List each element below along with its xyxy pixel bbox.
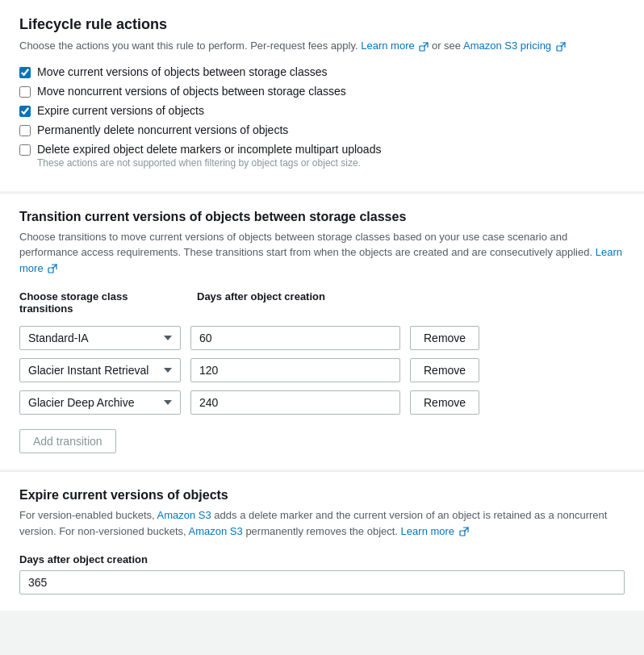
external-link-icon — [419, 42, 429, 52]
checkbox-item-5: Delete expired object delete markers or … — [19, 143, 625, 169]
remove-button-1[interactable]: Remove — [410, 326, 479, 350]
lifecycle-title: Lifecycle rule actions — [19, 16, 625, 33]
days-input-2[interactable] — [190, 358, 400, 382]
expire-section: Expire current versions of objects For v… — [0, 472, 644, 611]
storage-class-select-3[interactable]: Standard-IA Intelligent-Tiering One Zone… — [19, 390, 181, 415]
lifecycle-desc-middle: or see — [432, 40, 463, 52]
transition-row-1: Standard-IA Intelligent-Tiering One Zone… — [19, 326, 625, 350]
checkbox-item-1: Move current versions of objects between… — [19, 65, 625, 78]
transition-title: Transition current versions of objects b… — [19, 210, 625, 224]
transition-desc-prefix: Choose transitions to move current versi… — [19, 231, 592, 259]
checkbox-move-current-label[interactable]: Move current versions of objects between… — [37, 65, 328, 78]
checkbox-move-noncurrent[interactable] — [19, 86, 31, 98]
transition-row-2: Standard-IA Intelligent-Tiering One Zone… — [19, 358, 625, 382]
expire-days-input[interactable] — [19, 570, 625, 595]
transition-row-3: Standard-IA Intelligent-Tiering One Zone… — [19, 390, 625, 415]
add-transition-button[interactable]: Add transition — [19, 429, 116, 453]
remove-button-3[interactable]: Remove — [410, 390, 479, 415]
checkbox-item-4: Permanently delete noncurrent versions o… — [19, 123, 625, 136]
transition-external-icon — [48, 264, 57, 273]
checkbox-delete-expired[interactable] — [19, 144, 31, 156]
storage-class-select-1[interactable]: Standard-IA Intelligent-Tiering One Zone… — [19, 326, 181, 350]
transition-section: Transition current versions of objects b… — [0, 194, 644, 470]
expire-desc: For version-enabled buckets, Amazon S3 a… — [19, 507, 625, 539]
expire-s3-link-1[interactable]: Amazon S3 — [157, 509, 211, 521]
checkbox-expire-current-label[interactable]: Expire current versions of objects — [37, 104, 204, 117]
days-input-1[interactable] — [190, 326, 400, 350]
checkbox-list: Move current versions of objects between… — [19, 65, 625, 169]
storage-class-select-2[interactable]: Standard-IA Intelligent-Tiering One Zone… — [19, 358, 181, 382]
expire-desc-prefix: For version-enabled buckets, — [19, 509, 157, 521]
expire-days-label: Days after object creation — [19, 553, 625, 565]
transition-desc: Choose transitions to move current versi… — [19, 229, 625, 277]
checkbox-delete-noncurrent-label[interactable]: Permanently delete noncurrent versions o… — [37, 123, 288, 136]
expire-s3-link-2[interactable]: Amazon S3 — [189, 525, 243, 537]
lifecycle-desc-prefix: Choose the actions you want this rule to… — [19, 40, 358, 52]
checkbox-move-noncurrent-label[interactable]: Move noncurrent versions of objects betw… — [37, 85, 346, 98]
remove-button-2[interactable]: Remove — [410, 358, 479, 382]
storage-header: Choose storage class transitions Days af… — [19, 290, 625, 319]
checkbox-delete-expired-sublabel: These actions are not supported when fil… — [37, 157, 381, 169]
lifecycle-learn-more-link[interactable]: Learn more — [361, 40, 432, 52]
checkbox-delete-expired-label[interactable]: Delete expired object delete markers or … — [37, 143, 381, 156]
checkbox-move-current[interactable] — [19, 67, 31, 78]
days-col-label: Days after object creation — [197, 290, 407, 302]
checkbox-item-2: Move noncurrent versions of objects betw… — [19, 85, 625, 98]
checkbox-item-3: Expire current versions of objects — [19, 104, 625, 117]
checkbox-expire-current[interactable] — [19, 106, 31, 117]
lifecycle-section: Lifecycle rule actions Choose the action… — [0, 0, 644, 191]
checkbox-delete-noncurrent[interactable] — [19, 125, 31, 136]
s3-pricing-external-icon — [556, 42, 566, 52]
s3-pricing-link[interactable]: Amazon S3 pricing — [463, 40, 566, 52]
expire-title: Expire current versions of objects — [19, 488, 625, 503]
days-col-header: Days after object creation — [197, 290, 407, 319]
storage-col-header: Choose storage class transitions — [19, 290, 181, 319]
expire-learn-more-link[interactable]: Learn more — [401, 525, 469, 537]
storage-col-label: Choose storage class transitions — [19, 290, 181, 315]
days-input-3[interactable] — [190, 390, 400, 415]
expire-external-icon — [459, 527, 469, 536]
lifecycle-desc: Choose the actions you want this rule to… — [19, 38, 625, 54]
